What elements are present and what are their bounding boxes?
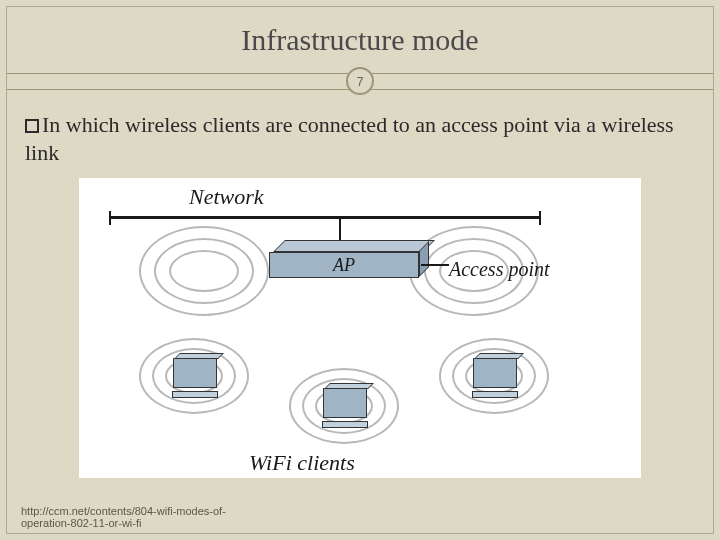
wifi-client-2: [321, 388, 369, 432]
wifi-clients-label: WiFi clients: [249, 450, 355, 476]
slide-frame: Infrastructure mode 7 In which wireless …: [6, 6, 714, 534]
bullet-content: In which wireless clients are connected …: [25, 112, 674, 165]
wifi-client-1: [171, 358, 219, 402]
page-number-badge: 7: [346, 67, 374, 95]
infrastructure-diagram: Network AP Access point: [79, 178, 641, 478]
access-point-label: Access point: [449, 258, 550, 281]
source-line-1: http://ccm.net/contents/804-wifi-modes-o…: [21, 505, 226, 517]
slide-title: Infrastructure mode: [7, 7, 713, 67]
network-label: Network: [189, 184, 264, 210]
source-line-2: operation-802-11-or-wi-fi: [21, 517, 141, 529]
wifi-client-3: [471, 358, 519, 402]
bullet-paragraph: In which wireless clients are connected …: [7, 101, 713, 170]
ap-pointer-line: [421, 264, 449, 266]
title-divider: 7: [7, 67, 713, 101]
bullet-square-icon: [25, 119, 39, 133]
ap-device-label: AP: [269, 252, 419, 278]
network-backbone-line: [109, 216, 541, 219]
signal-waves-left: [139, 226, 269, 316]
source-citation: http://ccm.net/contents/804-wifi-modes-o…: [21, 505, 226, 529]
access-point-device: AP: [269, 250, 419, 286]
